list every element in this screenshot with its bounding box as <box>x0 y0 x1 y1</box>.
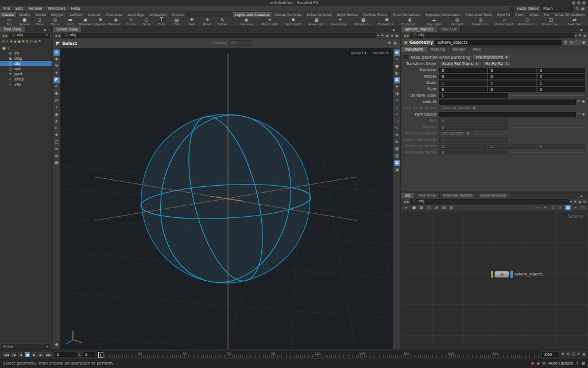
current-frame-field[interactable]: 1 <box>55 352 76 357</box>
playbar-option-icon[interactable]: ◉ <box>582 352 586 356</box>
shelf-tab[interactable]: Particle Fluids <box>361 12 390 17</box>
auto-takes-checkbox[interactable] <box>510 7 514 11</box>
scene-path-icon[interactable]: ◉ <box>386 33 389 37</box>
tree-path-field[interactable]: ⬡ obj ▾ <box>9 33 50 38</box>
shelf-tab[interactable]: Character <box>103 12 126 17</box>
network-toolbar-icon[interactable]: ⋯ <box>535 205 541 210</box>
shelf-tab[interactable]: Texture <box>86 12 103 17</box>
rotate-z-field[interactable]: 0 <box>537 74 585 79</box>
pane-control-icon[interactable]: ◦ <box>584 28 586 32</box>
network-toolbar-icon[interactable]: ◫ <box>558 205 563 210</box>
viewport-tool-icon[interactable]: ✂ <box>53 125 60 132</box>
path-object-field[interactable] <box>439 112 576 117</box>
pane-control-icon[interactable]: ▪ <box>392 28 394 32</box>
forward-icon[interactable]: ▶ <box>407 33 410 37</box>
display-option-icon[interactable]: ◅ <box>394 118 400 125</box>
tree-toolbar-icon[interactable]: ⊞ <box>2 39 5 43</box>
shelf-tool[interactable]: ✎ Sticky <box>215 17 230 26</box>
tree-toolbar-icon[interactable]: ⊟ <box>30 39 33 43</box>
display-option-icon[interactable]: ❄ <box>394 132 400 139</box>
display-option-icon[interactable]: ∿ <box>394 98 400 104</box>
shelf-tool[interactable]: ▦ Area Light <box>305 17 328 26</box>
op-jump-icon[interactable]: ↶ <box>577 112 581 117</box>
network-toolbar-icon[interactable]: ■ <box>411 205 417 210</box>
transport-button[interactable]: |◀ <box>10 351 17 358</box>
op-chooser-icon[interactable]: ✚ <box>582 99 585 104</box>
range-end-field[interactable]: 240 <box>542 352 558 357</box>
shelf-tool[interactable]: ◉ Camera <box>234 17 258 26</box>
timeline-ruler[interactable]: 24487296120144168192216 1 <box>97 351 540 358</box>
network-path-icon-btn[interactable]: ⚙ <box>583 200 586 204</box>
node-sphere-object1[interactable]: ◉ sphere_object1 <box>491 271 543 278</box>
viewport-tool-icon[interactable]: ⚓ <box>53 118 60 125</box>
network-toolbar-icon[interactable]: ▦ <box>565 205 571 210</box>
status-icon[interactable]: ◆ <box>537 361 540 366</box>
back-icon[interactable]: ◀ <box>55 33 57 37</box>
shelf-tool[interactable]: ✶ Geometry... <box>328 17 352 26</box>
viewport-tool-icon[interactable]: ◍ <box>53 153 60 159</box>
shelf-tab[interactable]: Create Particles <box>272 12 304 17</box>
transport-button[interactable]: |◀◀ <box>2 351 10 358</box>
forward-icon[interactable]: ▶ <box>59 33 61 37</box>
status-icon[interactable]: ▤ <box>542 361 546 366</box>
camera-menu[interactable]: no cam ▾ <box>370 50 390 56</box>
shelf-tool[interactable]: ◎ Torus <box>48 17 63 26</box>
display-options-icon[interactable]: ▦ <box>581 361 585 366</box>
xform-order-select[interactable]: Scale Rot Trans⇕ <box>439 62 481 67</box>
back-icon[interactable]: ◀ <box>403 200 406 204</box>
shelf-tab[interactable]: Drive Simulations <box>552 12 588 17</box>
window-button[interactable]: ● <box>577 1 581 5</box>
network-toolbar-icon[interactable]: ↴ <box>550 205 556 210</box>
pane-control-icon[interactable]: ▪ <box>580 194 582 198</box>
translate-z-field[interactable]: 0 <box>537 68 585 73</box>
viewport-tool-icon[interactable]: ◤ <box>53 77 60 83</box>
viewport-tool-icon[interactable]: ✥ <box>53 91 60 97</box>
shelf-tab[interactable]: Lights and Cameras <box>233 12 272 17</box>
help-globe-icon[interactable]: ◉ <box>581 6 585 11</box>
viewport-canvas[interactable]: persp1 ▾ no cam ▾ <box>60 48 393 349</box>
snapshot-icon[interactable]: ◉ <box>53 342 60 348</box>
rotate-y-field[interactable]: 0 <box>488 74 536 79</box>
shelf-tab[interactable]: Fluid Containers <box>390 12 423 17</box>
rotate-order-select[interactable]: Rx Ry Rz⇕ <box>482 62 512 67</box>
shelf-tool[interactable]: ▯ Tube <box>32 17 48 26</box>
tree-item-root[interactable]: ▣ / <box>0 45 52 51</box>
parameter-tab[interactable]: Misc <box>469 47 484 52</box>
transport-button[interactable]: ■ <box>24 351 30 358</box>
scale-y-field[interactable]: 1 <box>488 80 536 86</box>
parameter-tab[interactable]: Transform <box>401 47 427 52</box>
pane-control-icon[interactable]: ◦ <box>584 194 586 198</box>
keep-position-checkbox[interactable] <box>404 55 408 59</box>
scene-path-icon[interactable]: ⚑ <box>381 33 384 37</box>
params-path-field[interactable]: ⬡ obj <box>411 33 574 38</box>
shelf-tool[interactable]: ◉ Metaball <box>78 17 94 26</box>
display-option-icon[interactable]: ⌖ <box>394 56 400 63</box>
display-option-icon[interactable]: ⚡ <box>394 112 400 118</box>
filter-input[interactable]: Filter ▾ <box>1 344 51 349</box>
playbar-option-icon[interactable]: ❖ <box>561 352 564 356</box>
shelf-tab[interactable]: Pyro FX <box>495 12 513 17</box>
gear-icon[interactable]: ⚙ <box>563 40 567 45</box>
shelf-tool[interactable]: ☁ Sky Light <box>422 17 446 26</box>
node-render-flag[interactable] <box>510 271 513 278</box>
transport-button[interactable]: ▶| <box>38 351 44 358</box>
range-start-field[interactable]: 1 <box>83 352 95 357</box>
tree-item[interactable]: ▣ img <box>0 56 52 61</box>
shelf-tool[interactable]: ▭ Box <box>2 17 17 26</box>
shelf-tool[interactable]: ✜ Rivet <box>200 17 215 26</box>
menu-item[interactable]: Windows <box>48 6 65 11</box>
viewport-tool-icon[interactable]: ⚒ <box>53 63 60 70</box>
shelf-tool[interactable]: ❋ LSystem <box>93 17 109 26</box>
shelf-tab[interactable]: Auto Rigs <box>125 12 147 17</box>
shelf-tool[interactable]: ◎ Caustic Li... <box>469 17 493 26</box>
shelf-tool[interactable]: ◫ Stereo Ca... <box>539 17 563 26</box>
take-selector[interactable]: Main <box>541 6 573 12</box>
viewport-tool-icon[interactable]: ◉ <box>53 112 60 118</box>
uniform-scale-slider[interactable] <box>509 93 585 98</box>
transport-button[interactable]: ◀ <box>17 351 24 358</box>
viewport-help-icon[interactable]: ◉ <box>393 41 397 45</box>
viewport-tool-icon[interactable]: ↶ <box>53 84 60 90</box>
transport-button[interactable]: ▶▶| <box>45 351 52 358</box>
scene-path-icon[interactable]: ❖ <box>390 33 393 37</box>
network-toolbar-icon[interactable]: ▥ <box>448 205 454 210</box>
